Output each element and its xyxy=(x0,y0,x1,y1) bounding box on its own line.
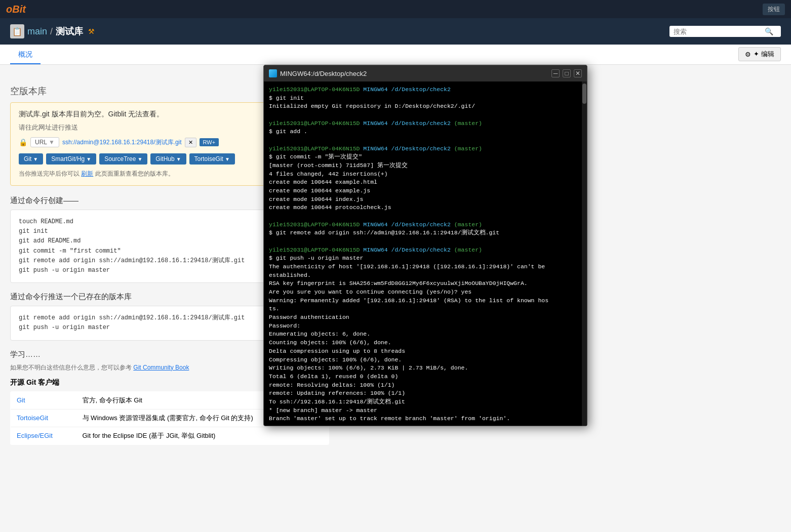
minimize-button[interactable]: ─ xyxy=(551,69,560,77)
url-prefix: URL xyxy=(35,139,47,146)
edit-label: ✦ 编辑 xyxy=(754,50,774,59)
repo-title: 📋 main / 测试库 ⚒ xyxy=(10,24,95,38)
table-row: Eclipse/EGit Git for the Eclipse IDE (基于… xyxy=(11,427,329,444)
tabbar: 概况 ⚙ ✦ 编辑 xyxy=(0,45,791,65)
sourcetree-btn[interactable]: SourceTree ▼ xyxy=(99,153,147,165)
egit-link[interactable]: Eclipse/EGit xyxy=(17,432,53,439)
refresh-link[interactable]: 刷新 xyxy=(81,170,93,177)
close-button[interactable]: ✕ xyxy=(574,69,582,77)
breadcrumb-sep: / xyxy=(50,26,53,37)
main-content: 空版本库 测试库.git 版本库目前为空。Gitblit 无法查看。 请往此网址… xyxy=(0,65,791,455)
terminal-app-icon xyxy=(269,69,277,77)
rss-icon: ⚒ xyxy=(88,27,95,35)
terminal-window: MINGW64:/d/Desktop/check2 ─ □ ✕ yilei520… xyxy=(263,65,587,426)
git-client-btn[interactable]: Git ▼ xyxy=(19,153,43,165)
community-book-link[interactable]: Git Community Book xyxy=(133,364,189,371)
tortoisegit-link[interactable]: TortoiseGit xyxy=(17,414,48,422)
search-box: 🔍 xyxy=(669,26,781,37)
terminal-controls: ─ □ ✕ xyxy=(551,69,582,77)
url-label: URL ▼ xyxy=(30,137,59,147)
github-btn[interactable]: GitHub ▼ xyxy=(150,153,186,165)
lock-icon: 🔒 xyxy=(19,138,27,146)
topbar-button[interactable]: 按钮 xyxy=(763,4,785,15)
edit-button[interactable]: ⚙ ✦ 编辑 xyxy=(738,47,781,61)
maximize-button[interactable]: □ xyxy=(563,69,571,77)
git-client-link[interactable]: Git xyxy=(17,396,25,404)
copy-button[interactable]: ✕ xyxy=(185,138,196,147)
smartgit-btn[interactable]: SmartGit/Hg ▼ xyxy=(46,153,96,165)
terminal-scrollbar[interactable] xyxy=(582,81,587,426)
terminal-title: MINGW64:/d/Desktop/check2 xyxy=(280,70,367,77)
main-link[interactable]: main xyxy=(27,26,47,37)
repo-icon: 📋 xyxy=(10,24,24,38)
egit-desc: Git for the Eclipse IDE (基于 JGit, 举似 Git… xyxy=(76,427,329,444)
repo-name: 测试库 xyxy=(56,25,83,37)
terminal-titlebar: MINGW64:/d/Desktop/check2 ─ □ ✕ xyxy=(264,65,587,81)
url-dropdown-arrow[interactable]: ▼ xyxy=(49,139,55,146)
url-value: ssh://admin@192.168.16.1:29418/测试库.git xyxy=(62,138,182,147)
search-input[interactable] xyxy=(674,28,765,35)
tortoisegit-btn[interactable]: TortoiseGit ▼ xyxy=(189,153,235,165)
scrollbar-thumb xyxy=(582,84,586,104)
topbar-right: 按钮 xyxy=(763,4,785,15)
gear-icon: ⚙ xyxy=(745,51,751,58)
terminal-title-left: MINGW64:/d/Desktop/check2 xyxy=(269,69,367,77)
logo: oBit xyxy=(6,4,26,15)
repobar: 📋 main / 测试库 ⚒ 🔍 xyxy=(0,18,791,45)
terminal-body[interactable]: yilei52031@LAPTOP-04K6N15D MINGW64 /d/De… xyxy=(264,81,587,426)
topbar: oBit 按钮 xyxy=(0,0,791,18)
tab-overview[interactable]: 概况 xyxy=(10,46,41,64)
search-icon[interactable]: 🔍 xyxy=(765,27,773,35)
rw-badge: RW+ xyxy=(200,138,219,146)
